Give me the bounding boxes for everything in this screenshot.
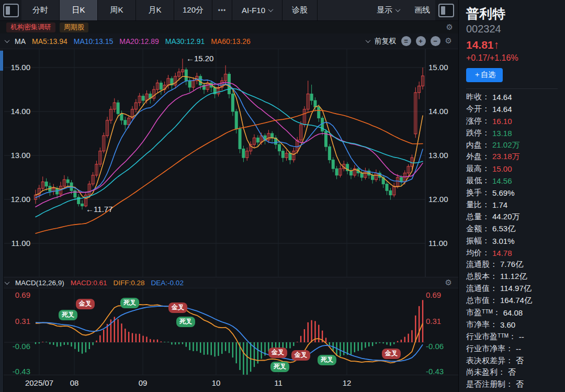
stat-value: 3.01% (492, 237, 515, 245)
stat-label: 涨停： (466, 116, 490, 126)
stock-tags: 机构密集调研周期股 (6, 23, 88, 32)
stat-label: 流通股： (466, 260, 498, 270)
indicator-value: MA10:13.15 (74, 37, 114, 46)
kline-period-tab[interactable]: 月K (136, 0, 174, 20)
stat-label: 是否注册制： (466, 379, 513, 389)
reset-zoom-button[interactable]: = (401, 36, 411, 46)
zoom-in-button[interactable]: + (416, 36, 426, 46)
stat-value: 3.60 (500, 320, 515, 329)
adjust-mode-button[interactable]: 前复权 (375, 37, 397, 46)
indicator-value: MA60:13.26 (211, 37, 251, 46)
chart-controls: 前复权 = + − ⚙ (366, 36, 452, 46)
kline-period-tab[interactable]: 日K (60, 0, 98, 20)
stat-label: 尚未盈利： (466, 367, 505, 377)
stat-row: 流通股：7.76亿 (466, 259, 565, 271)
panel-toggle-icon[interactable] (438, 4, 454, 17)
stat-row: 振幅：3.01% (466, 235, 565, 247)
stat-value: 16.10 (492, 117, 512, 126)
kline-period-tab[interactable]: 分时 (21, 0, 60, 20)
stat-value: 14.78 (492, 249, 512, 257)
svg-text:-0.06: -0.06 (13, 342, 30, 351)
stat-row: 涨停：16.10 (466, 115, 565, 127)
stat-row: 尚未盈利：否 (466, 366, 565, 378)
stat-row: 行业市净率：-- (466, 343, 565, 355)
svg-text:11.00: 11.00 (428, 239, 447, 248)
stat-value: 7.76亿 (500, 260, 523, 270)
macd-chart[interactable]: 0.690.690.310.31-0.06-0.06-0.43-0.43 死叉金… (0, 288, 458, 375)
svg-text:0.69: 0.69 (15, 290, 30, 299)
date-tick-label: 12 (343, 378, 352, 387)
stat-row: 最低：14.56 (466, 175, 565, 187)
golden-cross-badge: 金叉 (76, 299, 95, 309)
svg-text:12.00: 12.00 (428, 195, 448, 204)
stat-label: 总市值： (466, 296, 498, 306)
date-tick-label: 08 (70, 378, 79, 387)
stat-value: -- (519, 332, 524, 341)
stat-value: 11.12亿 (500, 272, 527, 282)
stock-name: 普利特 (466, 5, 565, 23)
golden-cross-badge: 金叉 (168, 303, 187, 313)
current-price: 14.81↑ (466, 39, 565, 51)
stock-tag-chip[interactable]: 周期股 (60, 23, 88, 32)
display-options-button[interactable]: 显示 (367, 0, 409, 20)
tag-settings-gear-icon[interactable]: ⚙ (446, 24, 453, 31)
stat-row: 市净率：3.60 (466, 319, 565, 331)
death-cross-badge: 死叉 (59, 310, 77, 320)
panel-toggle-bar (441, 6, 445, 15)
draw-line-button[interactable]: 画线 (409, 0, 435, 20)
tag-row: 机构密集调研周期股 ⚙ (0, 21, 458, 33)
stat-row: 外盘：23.18万 (466, 151, 565, 163)
divider (466, 88, 558, 89)
main-chart-svg: 15.0015.0014.0014.0013.0013.0012.0012.00… (0, 49, 458, 277)
stock-app-window: 分时日K周K月K120分 ••• AI-F10 诊股 显示 画线 机构密集调研周… (0, 0, 565, 392)
chart-column: 分时日K周K月K120分 ••• AI-F10 诊股 显示 画线 机构密集调研周… (0, 0, 458, 392)
macd-settings-gear-icon[interactable]: ⚙ (445, 279, 452, 287)
left-rail[interactable] (0, 50, 4, 392)
kline-period-tab[interactable]: 120分 (174, 0, 212, 20)
svg-text:-0.43: -0.43 (426, 367, 444, 375)
zoom-out-button[interactable]: − (431, 36, 440, 46)
stat-value: 13.18 (492, 129, 512, 138)
indicator-settings-gear-icon[interactable]: ⚙ (445, 37, 452, 45)
ai-f10-button[interactable]: AI-F10 (232, 0, 282, 20)
stat-row: 量比：1.74 (466, 199, 565, 211)
stock-tag-chip[interactable]: 机构密集调研 (6, 23, 55, 32)
collapse-chevron-icon[interactable] (5, 279, 10, 285)
stat-value: 21.02万 (492, 140, 520, 150)
more-periods-button[interactable]: ••• (212, 0, 232, 20)
collapse-chevron-icon[interactable] (5, 38, 10, 43)
ai-f10-label: AI-F10 (242, 6, 265, 15)
stat-label: 内盘： (466, 140, 490, 150)
svg-text:15.00: 15.00 (10, 63, 30, 72)
stat-row: 总股本：11.12亿 (466, 271, 565, 283)
stat-row: 换手：5.69% (466, 187, 565, 199)
chevron-down-icon[interactable] (365, 38, 370, 43)
date-tick-label: 09 (139, 378, 148, 387)
stat-label: 行业市净率： (466, 344, 513, 354)
stat-row: 行业市盈ᵀᵀᴹ：-- (466, 331, 565, 343)
stat-label: 流通值： (466, 284, 498, 294)
stat-row: 总市值：164.74亿 (466, 295, 565, 307)
price-change: +0.17/+1.16% (466, 53, 565, 63)
death-cross-badge: 死叉 (318, 355, 336, 365)
death-cross-badge: 死叉 (120, 298, 139, 308)
stat-label: 最低： (466, 176, 490, 186)
stock-code: 002324 (466, 23, 565, 35)
stat-label: 总股本： (466, 272, 498, 282)
stat-label: 金额： (466, 224, 490, 234)
add-watchlist-button[interactable]: ＋自选 (466, 68, 503, 82)
stat-label: 量比： (466, 200, 490, 210)
candlestick-chart[interactable]: 15.0015.0014.0014.0013.0013.0012.0012.00… (0, 49, 458, 277)
layout-toggle-icon[interactable] (3, 4, 19, 17)
stat-value: 64.08 (503, 308, 523, 317)
stat-label: 行业市盈ᵀᵀᴹ： (466, 332, 516, 342)
stat-row: 金额：6.53亿 (466, 223, 565, 235)
diagnose-stock-button[interactable]: 诊股 (282, 0, 318, 20)
kline-period-tab[interactable]: 周K (98, 0, 136, 20)
stat-label: 今开： (466, 104, 490, 114)
indicator-value: DIFF:0.28 (114, 279, 145, 287)
indicator-value: MA5:13.94 (32, 37, 67, 46)
date-axis: 2025/070809101112 (0, 375, 458, 391)
indicator-value: MACD(12,26,9) (15, 279, 64, 287)
stat-value: 5.69% (492, 188, 515, 197)
